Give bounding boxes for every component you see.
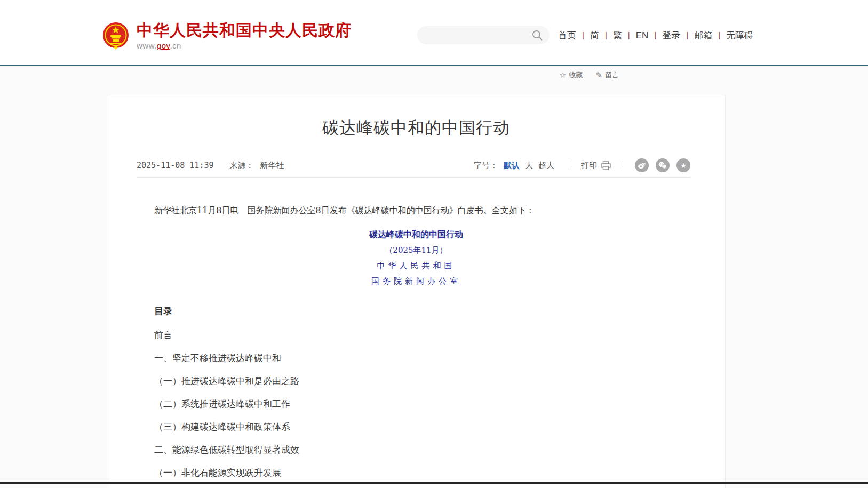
doc-author-line2: 国务院新闻办公室	[154, 275, 678, 287]
print-button[interactable]: 打印	[581, 161, 611, 171]
favorite-button[interactable]: ☆ 收藏	[559, 70, 583, 80]
nav-item-simplified[interactable]: 简	[576, 29, 599, 42]
wechat-share-icon[interactable]	[656, 158, 670, 172]
site-brand[interactable]: 中华人民共和国中央人民政府 www.gov.cn	[102, 21, 352, 50]
site-url-prefix: www.	[137, 41, 157, 50]
favorite-label: 收藏	[569, 70, 583, 80]
printer-icon	[601, 161, 611, 170]
source-label: 来源：	[230, 161, 254, 171]
meta-separator	[623, 161, 623, 170]
toc-item-2-1: （一）非化石能源实现跃升发展	[154, 466, 678, 479]
source-name[interactable]: 新华社	[260, 161, 284, 171]
nav-item-home[interactable]: 首页	[558, 29, 576, 42]
meta-divider-line	[137, 177, 690, 178]
print-label: 打印	[581, 161, 597, 171]
message-button[interactable]: ✎ 留言	[595, 70, 619, 80]
page: 中华人民共和国中央人民政府 www.gov.cn 首页 简 繁 EN 登录 邮箱…	[0, 0, 868, 488]
bottom-edge-bar	[0, 482, 868, 484]
search-box	[417, 26, 550, 44]
article-body: 新华社北京11月8日电 国务院新闻办公室8日发布《碳达峰碳中和的中国行动》白皮书…	[154, 200, 678, 479]
site-title: 中华人民共和国中央人民政府	[137, 21, 352, 39]
article-card: 碳达峰碳中和的中国行动 2025-11-08 11:39 来源： 新华社 字号：…	[107, 95, 726, 488]
doc-title: 碳达峰碳中和的中国行动	[154, 228, 678, 241]
share-icons: ★	[635, 158, 690, 172]
pencil-icon: ✎	[595, 70, 602, 80]
doc-author-line1: 中华人民共和国	[154, 259, 678, 272]
message-label: 留言	[605, 70, 619, 80]
fontsize-large-button[interactable]: 大	[525, 161, 533, 171]
doc-date: （2025年11月）	[154, 244, 678, 257]
toc-item-1-1: （一）推进碳达峰碳中和是必由之路	[154, 374, 678, 387]
toc-title: 目录	[154, 305, 678, 318]
quick-actions: ☆ 收藏 ✎ 留言	[559, 70, 619, 80]
toc-item-1: 一、坚定不移推进碳达峰碳中和	[154, 351, 678, 364]
site-url: www.gov.cn	[137, 41, 352, 50]
weibo-share-icon[interactable]	[635, 158, 649, 172]
star-glyph: ★	[680, 162, 687, 169]
site-url-suffix: .cn	[170, 41, 181, 50]
nav-item-mail[interactable]: 邮箱	[680, 29, 712, 42]
search-icon[interactable]	[531, 29, 543, 41]
meta-separator	[569, 161, 569, 170]
nav-item-traditional[interactable]: 繁	[599, 29, 622, 42]
article-meta-right: 字号： 默认 大 超大 打印	[474, 158, 690, 172]
national-emblem-icon	[102, 21, 129, 50]
fontsize-label: 字号：	[474, 161, 498, 171]
site-url-gov: gov	[157, 41, 170, 50]
search-input[interactable]	[417, 26, 531, 44]
publish-date: 2025-11-08 11:39	[137, 161, 214, 170]
nav-item-english[interactable]: EN	[622, 30, 649, 41]
toc-item-1-3: （三）构建碳达峰碳中和政策体系	[154, 420, 678, 433]
toc-item-2: 二、能源绿色低碳转型取得显著成效	[154, 443, 678, 456]
article-meta-row: 2025-11-08 11:39 来源： 新华社 字号： 默认 大 超大 打印	[137, 158, 690, 172]
nav-item-login[interactable]: 登录	[648, 29, 680, 42]
brand-text: 中华人民共和国中央人民政府 www.gov.cn	[137, 21, 352, 50]
toc-item-preface: 前言	[154, 329, 678, 341]
top-nav: 首页 简 繁 EN 登录 邮箱 无障碍	[558, 29, 753, 42]
fontsize-xlarge-button[interactable]: 超大	[538, 161, 554, 171]
article-meta-left: 2025-11-08 11:39 来源： 新华社	[137, 161, 284, 171]
nav-item-accessibility[interactable]: 无障碍	[712, 29, 753, 42]
star-outline-icon: ☆	[559, 70, 566, 80]
star-share-icon[interactable]: ★	[676, 158, 690, 172]
lead-paragraph: 新华社北京11月8日电 国务院新闻办公室8日发布《碳达峰碳中和的中国行动》白皮书…	[154, 204, 678, 217]
fontsize-default-button[interactable]: 默认	[504, 161, 520, 171]
toc-item-1-2: （二）系统推进碳达峰碳中和工作	[154, 397, 678, 410]
article-title: 碳达峰碳中和的中国行动	[107, 117, 725, 139]
site-header: 中华人民共和国中央人民政府 www.gov.cn 首页 简 繁 EN 登录 邮箱…	[0, 0, 868, 65]
